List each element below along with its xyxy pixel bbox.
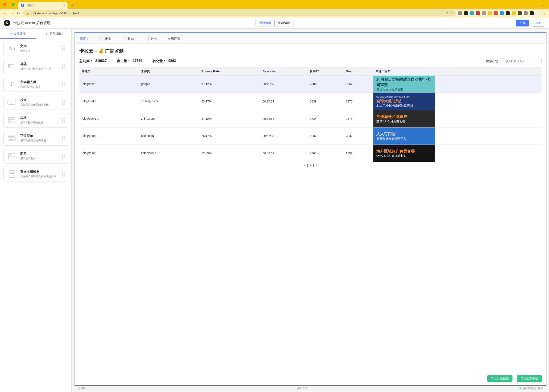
svg-text:✦: ✦ <box>10 101 12 104</box>
table-header[interactable]: Sessions <box>260 67 308 76</box>
search-plan-input[interactable] <box>503 58 542 64</box>
table-header[interactable]: 新用户 <box>308 67 343 76</box>
drag-handle-icon[interactable] <box>62 46 65 51</box>
back-icon[interactable]: ← <box>3 11 7 15</box>
star-icon[interactable]: ☆ <box>450 11 453 15</box>
extension-icon[interactable] <box>470 11 474 15</box>
table-header[interactable]: 来源广告图 <box>373 67 542 76</box>
canvas-tab[interactable]: 广告计划 <box>143 35 158 43</box>
extension-icon[interactable] <box>512 11 516 15</box>
extension-icon[interactable] <box>494 11 498 15</box>
side-tab-select[interactable]: + 组件选择 <box>0 29 36 39</box>
design-canvas: 页面1广告状态广告投放广告计划全局设置 卡拉云 – 💰 广告监测 总访问：219… <box>75 32 546 385</box>
cell-landing: /blog/how-… <box>79 76 139 93</box>
drag-handle-icon[interactable] <box>62 82 65 87</box>
ad-thumbnail: 人人可用的 业务数据收集管理平台 <box>373 127 435 145</box>
table-row[interactable]: /blog/some… zhihu.com 37.12% 00:33:55 37… <box>79 110 542 127</box>
table-header[interactable]: 来源页 <box>139 67 199 76</box>
cell-bounce: 76.47% <box>199 127 261 145</box>
drag-handle-icon[interactable] <box>62 172 65 177</box>
stat-conv-value: 9863 <box>168 59 176 63</box>
pager-prev-icon[interactable]: ‹ <box>304 164 305 167</box>
cell-sessions: 00:57:32 <box>260 127 308 145</box>
cell-source: kalacloud.c… <box>139 145 199 162</box>
reload-icon[interactable]: ⟳ <box>16 11 21 16</box>
table-row[interactable]: /blog/peop… csdn.com 76.47% 00:57:32 983… <box>79 127 542 145</box>
export-group-button[interactable]: 导出分组数据 <box>487 375 513 382</box>
component-card[interactable]: 下拉菜单 用于允许用户选择选项 <box>3 131 68 146</box>
mode-query[interactable]: 查询编辑 <box>274 20 293 26</box>
extension-icon[interactable] <box>536 11 540 15</box>
table-header[interactable]: Bounce Rate <box>199 67 261 76</box>
extension-icon[interactable] <box>476 11 480 15</box>
component-card[interactable]: 表格 展示和操作表格数据 <box>3 113 68 128</box>
extension-icon[interactable] <box>458 11 462 15</box>
component-card[interactable]: 富文本编辑器 允许用户编辑富文本格式的文本 <box>3 167 68 182</box>
forward-icon[interactable]: → <box>9 11 14 15</box>
url-box[interactable]: 🔒 my.kalacloud.com/apps/s696rrzpx9/edit … <box>23 10 456 16</box>
canvas-tab[interactable]: 广告状态 <box>97 35 112 43</box>
pager-next-icon[interactable]: › <box>316 164 317 167</box>
table-header[interactable]: Goal <box>344 67 373 76</box>
component-card[interactable]: 图片 用于展示图片 <box>3 149 68 164</box>
plus-icon: + <box>10 32 12 35</box>
new-tab-button[interactable]: + <box>69 2 75 8</box>
page-title: 卡拉云 – 💰 广告监测 <box>79 48 542 54</box>
chevron-down-icon[interactable]: ⌄ <box>542 0 549 9</box>
side-tab-edit[interactable]: 组件编辑 <box>36 29 71 39</box>
pager-total: 1 <box>313 164 314 167</box>
cell-source: csdn.com <box>139 127 199 145</box>
table-row[interactable]: /blog/make… cn.bing.com/ 63.77% 00:37:37… <box>79 93 542 110</box>
component-icon: Aa <box>7 44 17 53</box>
component-desc: 允许用户点击并触发操作 <box>20 103 58 106</box>
component-card[interactable]: ✦ 按钮 允许用户点击并触发操作 <box>3 95 68 110</box>
component-desc: 展示文本 <box>20 49 58 53</box>
extension-icon[interactable] <box>482 11 486 15</box>
extension-icon[interactable] <box>524 11 528 15</box>
extension-icon[interactable] <box>488 11 492 15</box>
component-name: 文本 <box>20 44 58 48</box>
extension-icon[interactable] <box>530 11 534 15</box>
ad-thumbnail: UCLOUD优刻得 云计算上市公司 全球大促1折起 北上广.中国香港(CN2).… <box>373 93 435 110</box>
table-header[interactable]: 落地页 <box>79 67 139 76</box>
minimize-window-icon[interactable] <box>8 3 10 6</box>
component-icon <box>7 152 17 160</box>
component-card[interactable]: Aa 文本 展示文本 <box>3 41 68 56</box>
status-right: 所有查询运行完毕 <box>522 387 543 390</box>
share-page-icon[interactable]: ⇪ <box>446 12 448 15</box>
extension-icon[interactable] <box>464 11 468 15</box>
cell-ad: 人人可用的 业务数据收集管理平台 <box>373 127 542 145</box>
table-row[interactable]: /blog/how-… google 37.12% 00:25:37 7382 … <box>79 76 542 93</box>
maximize-window-icon[interactable] <box>12 3 14 6</box>
component-card[interactable]: 容器 用于将多个组件集合在一起 <box>3 59 68 74</box>
export-all-button[interactable]: 导出全部数据 <box>517 375 542 382</box>
close-tab-icon[interactable]: × <box>63 4 65 7</box>
drag-handle-icon[interactable] <box>62 100 65 105</box>
publish-button[interactable]: 发布 <box>532 20 545 27</box>
mode-design[interactable]: 界面编辑 <box>256 20 275 27</box>
extension-icon[interactable] <box>506 11 510 15</box>
table-row[interactable]: /blog/thing… kalacloud.c… 52.33% 00:53:3… <box>79 145 542 162</box>
component-icon <box>7 116 17 125</box>
drag-handle-icon[interactable] <box>62 136 65 141</box>
share-button[interactable]: 分享 <box>516 20 529 27</box>
canvas-tab[interactable]: 广告投放 <box>121 35 135 43</box>
app-header: R 卡拉云 admin 后台管理 界面编辑 查询编辑 分享 发布 <box>0 18 549 29</box>
browser-tab[interactable]: R 卡拉云 × <box>18 2 67 9</box>
drag-handle-icon[interactable] <box>62 64 65 69</box>
ad-thumbnail: 注册海外区域账户 立享 12 个月免费套餐 <box>373 110 435 127</box>
extension-icon[interactable] <box>518 11 522 15</box>
component-desc: 允许用户编辑富文本格式的文本 <box>20 175 58 178</box>
page-title-pre: 卡拉云 – <box>79 48 97 54</box>
drag-handle-icon[interactable] <box>62 154 65 159</box>
overflow-menu-icon[interactable]: ⋮ <box>542 11 546 16</box>
stats-row: 总访问：219837 点击量：17359 转化量：9863 搜索计划： <box>79 58 542 64</box>
component-card[interactable]: T 文本输入框 允许用户输入文本 <box>3 77 68 92</box>
extension-icon[interactable] <box>500 11 504 15</box>
canvas-tab[interactable]: 页面1 <box>79 35 89 43</box>
app-title: 卡拉云 admin 后台管理 <box>13 21 51 25</box>
canvas-tab[interactable]: 全局设置 <box>167 35 181 43</box>
drag-handle-icon[interactable] <box>62 118 65 123</box>
close-window-icon[interactable] <box>3 3 6 6</box>
cell-goal: 5362 <box>344 76 373 93</box>
